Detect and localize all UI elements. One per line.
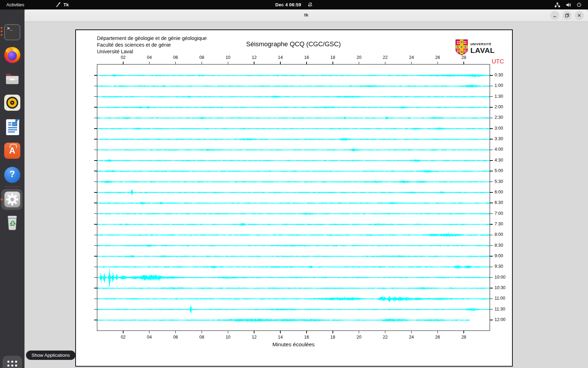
dock-item-ubuntu-software[interactable]: A <box>4 142 21 159</box>
window-titlebar[interactable]: tk <box>24 9 588 22</box>
close-button[interactable] <box>575 11 584 20</box>
firefox-icon <box>4 47 20 63</box>
x-tick-top <box>228 62 229 64</box>
row-tick-left <box>94 213 97 214</box>
dock-item-libreoffice-writer[interactable] <box>4 118 21 135</box>
dock: >_ <box>0 9 24 368</box>
x-tick-label-bottom: 06 <box>170 335 181 340</box>
row-tick-left <box>94 235 97 236</box>
x-tick-bottom <box>149 331 150 333</box>
utc-label: UTC <box>492 58 504 65</box>
x-tick-bottom <box>280 331 281 333</box>
activities-button[interactable]: Activities <box>0 0 30 9</box>
row-tick-right <box>490 224 493 225</box>
dock-item-settings[interactable] <box>4 191 21 208</box>
dock-item-files[interactable] <box>4 70 21 87</box>
row-tick-right <box>490 256 493 257</box>
row-time-label: 10:00 <box>495 275 505 280</box>
laval-shield-icon <box>455 39 468 57</box>
help-glyph: ? <box>4 169 20 179</box>
software-letter: A <box>4 146 20 156</box>
row-tick-right <box>490 160 493 161</box>
row-time-label: 3:30 <box>495 136 503 141</box>
row-time-label: 7:00 <box>495 211 503 216</box>
row-time-label: 4:30 <box>495 158 503 163</box>
x-tick-top <box>306 62 307 64</box>
x-tick-bottom <box>411 331 412 333</box>
x-tick-label-top: 14 <box>275 55 286 60</box>
x-tick-label-top: 06 <box>170 55 181 60</box>
x-tick-label-bottom: 28 <box>458 335 469 340</box>
x-tick-label-top: 24 <box>406 55 416 60</box>
x-tick-top <box>411 62 412 64</box>
desktop: Activities Tk Dec 4 06:59 <box>0 0 588 368</box>
x-tick-label-top: 16 <box>301 55 312 60</box>
show-applications-grid-icon <box>7 361 17 368</box>
maximize-button[interactable] <box>562 11 572 20</box>
row-time-label: 3:00 <box>495 126 503 131</box>
libreoffice-writer-icon <box>4 119 20 135</box>
x-tick-bottom <box>123 331 124 333</box>
x-tick-top <box>254 62 254 64</box>
row-tick-right <box>490 245 493 246</box>
x-tick-label-bottom: 26 <box>432 335 443 340</box>
row-tick-left <box>94 150 97 150</box>
show-applications-tooltip: Show Applications <box>26 350 76 360</box>
x-tick-label-bottom: 14 <box>275 335 286 340</box>
dock-item-trash[interactable] <box>4 214 21 231</box>
tk-feather-icon <box>56 2 61 8</box>
row-time-label: 8:30 <box>495 243 503 248</box>
row-tick-right <box>490 75 493 76</box>
row-tick-right <box>490 107 493 108</box>
x-tick-top <box>385 62 386 64</box>
row-tick-left <box>94 107 97 108</box>
x-tick-label-bottom: 12 <box>249 335 259 340</box>
row-tick-left <box>94 128 97 129</box>
system-tray[interactable] <box>554 2 588 8</box>
app-menu-label: Tk <box>63 2 69 7</box>
minimize-button[interactable] <box>550 11 559 20</box>
x-tick-bottom <box>202 331 202 333</box>
row-time-label: 2:00 <box>495 104 503 109</box>
row-time-label: 7:30 <box>495 222 503 226</box>
x-tick-label-bottom: 10 <box>223 335 233 340</box>
x-tick-label-bottom: 04 <box>144 335 155 340</box>
row-time-label: 8:00 <box>495 232 503 237</box>
show-applications-button[interactable] <box>2 356 22 368</box>
x-tick-bottom <box>463 331 464 333</box>
row-tick-right <box>490 86 493 87</box>
dock-item-rhythmbox[interactable] <box>4 94 21 111</box>
row-tick-right <box>490 203 493 203</box>
power-icon <box>576 2 582 7</box>
clock-menu[interactable]: Dec 4 06:59 <box>275 2 313 7</box>
x-tick-label-bottom: 16 <box>301 335 312 340</box>
logo-laval-label: LAVAL <box>470 47 495 54</box>
terminal-icon: >_ <box>4 24 20 40</box>
x-tick-top <box>332 62 333 64</box>
dock-item-terminal[interactable]: >_ <box>4 24 21 41</box>
app-menu[interactable]: Tk <box>56 2 69 8</box>
x-tick-bottom <box>228 331 229 333</box>
x-axis-title: Minutes écoulées <box>97 341 490 348</box>
row-tick-left <box>94 118 97 118</box>
x-tick-top <box>149 62 150 64</box>
universite-laval-logo: UNIVERSITÉ LAVAL <box>455 39 495 57</box>
dock-item-firefox[interactable] <box>4 47 21 63</box>
row-tick-left <box>94 320 97 320</box>
x-tick-top <box>123 62 124 64</box>
x-tick-bottom <box>254 331 254 333</box>
laval-wordmark: UNIVERSITÉ LAVAL <box>470 43 495 54</box>
row-time-label: 2:30 <box>495 115 503 120</box>
x-tick-label-top: 20 <box>354 55 364 60</box>
dock-item-help[interactable]: ? <box>4 166 21 183</box>
x-tick-top <box>359 62 359 64</box>
x-tick-label-top: 10 <box>223 55 233 60</box>
x-tick-label-bottom: 24 <box>406 335 416 340</box>
row-tick-left <box>94 224 97 225</box>
x-tick-top <box>202 62 202 64</box>
figure-title: Séismographe QCQ (CGC/GSC) <box>97 40 490 48</box>
x-tick-label-bottom: 20 <box>354 335 364 340</box>
row-tick-left <box>94 171 97 171</box>
row-time-label: 6:00 <box>495 190 503 195</box>
x-tick-label-top: 26 <box>432 55 443 60</box>
